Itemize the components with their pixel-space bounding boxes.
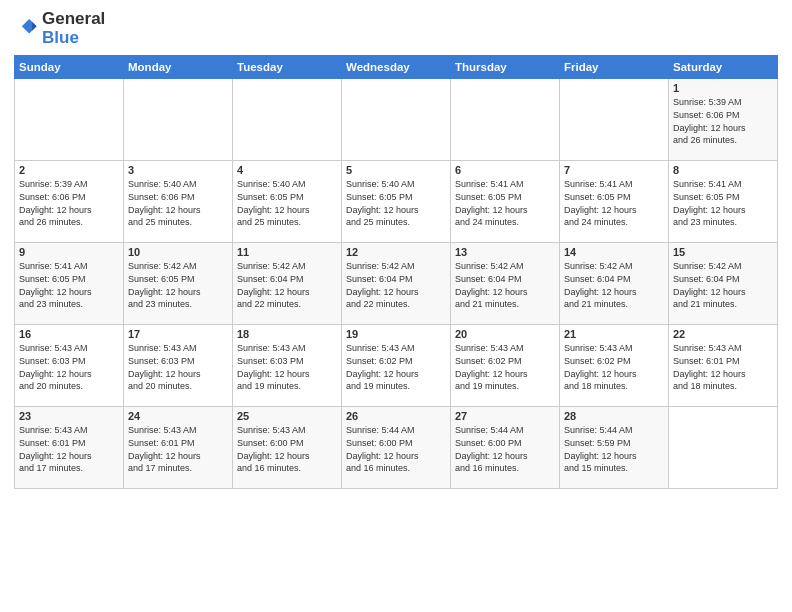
day-number: 17 — [128, 328, 228, 340]
day-number: 9 — [19, 246, 119, 258]
calendar-cell: 19Sunrise: 5:43 AM Sunset: 6:02 PM Dayli… — [342, 325, 451, 407]
calendar-week-row: 23Sunrise: 5:43 AM Sunset: 6:01 PM Dayli… — [15, 407, 778, 489]
calendar-week-row: 16Sunrise: 5:43 AM Sunset: 6:03 PM Dayli… — [15, 325, 778, 407]
day-number: 15 — [673, 246, 773, 258]
day-info: Sunrise: 5:39 AM Sunset: 6:06 PM Dayligh… — [19, 178, 119, 228]
day-number: 2 — [19, 164, 119, 176]
day-info: Sunrise: 5:40 AM Sunset: 6:06 PM Dayligh… — [128, 178, 228, 228]
calendar-cell — [560, 79, 669, 161]
day-info: Sunrise: 5:43 AM Sunset: 6:01 PM Dayligh… — [673, 342, 773, 392]
day-info: Sunrise: 5:44 AM Sunset: 5:59 PM Dayligh… — [564, 424, 664, 474]
day-number: 1 — [673, 82, 773, 94]
day-number: 27 — [455, 410, 555, 422]
calendar-cell: 13Sunrise: 5:42 AM Sunset: 6:04 PM Dayli… — [451, 243, 560, 325]
day-info: Sunrise: 5:41 AM Sunset: 6:05 PM Dayligh… — [455, 178, 555, 228]
calendar-cell: 6Sunrise: 5:41 AM Sunset: 6:05 PM Daylig… — [451, 161, 560, 243]
day-number: 26 — [346, 410, 446, 422]
weekday-header: Wednesday — [342, 56, 451, 79]
calendar-cell — [124, 79, 233, 161]
calendar-cell: 22Sunrise: 5:43 AM Sunset: 6:01 PM Dayli… — [669, 325, 778, 407]
day-info: Sunrise: 5:41 AM Sunset: 6:05 PM Dayligh… — [19, 260, 119, 310]
calendar-cell: 8Sunrise: 5:41 AM Sunset: 6:05 PM Daylig… — [669, 161, 778, 243]
day-info: Sunrise: 5:42 AM Sunset: 6:04 PM Dayligh… — [455, 260, 555, 310]
day-number: 20 — [455, 328, 555, 340]
day-info: Sunrise: 5:40 AM Sunset: 6:05 PM Dayligh… — [237, 178, 337, 228]
calendar-cell: 5Sunrise: 5:40 AM Sunset: 6:05 PM Daylig… — [342, 161, 451, 243]
calendar-cell: 2Sunrise: 5:39 AM Sunset: 6:06 PM Daylig… — [15, 161, 124, 243]
calendar-cell: 23Sunrise: 5:43 AM Sunset: 6:01 PM Dayli… — [15, 407, 124, 489]
weekday-header: Monday — [124, 56, 233, 79]
calendar-cell: 12Sunrise: 5:42 AM Sunset: 6:04 PM Dayli… — [342, 243, 451, 325]
day-info: Sunrise: 5:41 AM Sunset: 6:05 PM Dayligh… — [673, 178, 773, 228]
calendar-cell: 20Sunrise: 5:43 AM Sunset: 6:02 PM Dayli… — [451, 325, 560, 407]
day-number: 3 — [128, 164, 228, 176]
weekday-header-row: SundayMondayTuesdayWednesdayThursdayFrid… — [15, 56, 778, 79]
calendar-cell: 21Sunrise: 5:43 AM Sunset: 6:02 PM Dayli… — [560, 325, 669, 407]
day-info: Sunrise: 5:42 AM Sunset: 6:04 PM Dayligh… — [237, 260, 337, 310]
day-info: Sunrise: 5:42 AM Sunset: 6:04 PM Dayligh… — [673, 260, 773, 310]
day-info: Sunrise: 5:43 AM Sunset: 6:00 PM Dayligh… — [237, 424, 337, 474]
calendar-cell: 27Sunrise: 5:44 AM Sunset: 6:00 PM Dayli… — [451, 407, 560, 489]
calendar-cell — [669, 407, 778, 489]
day-number: 10 — [128, 246, 228, 258]
calendar-cell: 3Sunrise: 5:40 AM Sunset: 6:06 PM Daylig… — [124, 161, 233, 243]
svg-marker-1 — [32, 22, 36, 31]
calendar-week-row: 1Sunrise: 5:39 AM Sunset: 6:06 PM Daylig… — [15, 79, 778, 161]
calendar-cell: 7Sunrise: 5:41 AM Sunset: 6:05 PM Daylig… — [560, 161, 669, 243]
weekday-header: Thursday — [451, 56, 560, 79]
calendar-table: SundayMondayTuesdayWednesdayThursdayFrid… — [14, 55, 778, 489]
day-number: 7 — [564, 164, 664, 176]
day-info: Sunrise: 5:44 AM Sunset: 6:00 PM Dayligh… — [346, 424, 446, 474]
day-number: 8 — [673, 164, 773, 176]
day-info: Sunrise: 5:43 AM Sunset: 6:03 PM Dayligh… — [19, 342, 119, 392]
day-number: 21 — [564, 328, 664, 340]
calendar-cell: 26Sunrise: 5:44 AM Sunset: 6:00 PM Dayli… — [342, 407, 451, 489]
calendar-cell: 9Sunrise: 5:41 AM Sunset: 6:05 PM Daylig… — [15, 243, 124, 325]
day-info: Sunrise: 5:43 AM Sunset: 6:02 PM Dayligh… — [455, 342, 555, 392]
calendar-cell — [451, 79, 560, 161]
day-info: Sunrise: 5:40 AM Sunset: 6:05 PM Dayligh… — [346, 178, 446, 228]
calendar-cell: 4Sunrise: 5:40 AM Sunset: 6:05 PM Daylig… — [233, 161, 342, 243]
day-info: Sunrise: 5:43 AM Sunset: 6:01 PM Dayligh… — [128, 424, 228, 474]
day-info: Sunrise: 5:42 AM Sunset: 6:05 PM Dayligh… — [128, 260, 228, 310]
day-number: 14 — [564, 246, 664, 258]
page-header: General Blue — [14, 10, 778, 47]
day-number: 25 — [237, 410, 337, 422]
calendar-cell: 1Sunrise: 5:39 AM Sunset: 6:06 PM Daylig… — [669, 79, 778, 161]
day-info: Sunrise: 5:41 AM Sunset: 6:05 PM Dayligh… — [564, 178, 664, 228]
weekday-header: Tuesday — [233, 56, 342, 79]
day-number: 12 — [346, 246, 446, 258]
logo-line1: General — [42, 10, 105, 29]
day-number: 5 — [346, 164, 446, 176]
day-number: 13 — [455, 246, 555, 258]
logo-line2: Blue — [42, 29, 105, 48]
logo: General Blue — [14, 10, 105, 47]
page-container: General Blue SundayMondayTuesdayWednesda… — [0, 0, 792, 499]
calendar-cell: 10Sunrise: 5:42 AM Sunset: 6:05 PM Dayli… — [124, 243, 233, 325]
calendar-cell: 14Sunrise: 5:42 AM Sunset: 6:04 PM Dayli… — [560, 243, 669, 325]
calendar-week-row: 2Sunrise: 5:39 AM Sunset: 6:06 PM Daylig… — [15, 161, 778, 243]
calendar-cell — [342, 79, 451, 161]
day-info: Sunrise: 5:43 AM Sunset: 6:01 PM Dayligh… — [19, 424, 119, 474]
calendar-cell — [233, 79, 342, 161]
day-number: 4 — [237, 164, 337, 176]
calendar-cell: 18Sunrise: 5:43 AM Sunset: 6:03 PM Dayli… — [233, 325, 342, 407]
calendar-cell: 25Sunrise: 5:43 AM Sunset: 6:00 PM Dayli… — [233, 407, 342, 489]
calendar-cell: 28Sunrise: 5:44 AM Sunset: 5:59 PM Dayli… — [560, 407, 669, 489]
weekday-header: Friday — [560, 56, 669, 79]
day-info: Sunrise: 5:43 AM Sunset: 6:03 PM Dayligh… — [128, 342, 228, 392]
logo-icon — [16, 16, 38, 38]
day-info: Sunrise: 5:43 AM Sunset: 6:02 PM Dayligh… — [346, 342, 446, 392]
day-info: Sunrise: 5:42 AM Sunset: 6:04 PM Dayligh… — [346, 260, 446, 310]
weekday-header: Saturday — [669, 56, 778, 79]
day-number: 23 — [19, 410, 119, 422]
day-number: 11 — [237, 246, 337, 258]
day-info: Sunrise: 5:43 AM Sunset: 6:03 PM Dayligh… — [237, 342, 337, 392]
calendar-cell — [15, 79, 124, 161]
day-number: 6 — [455, 164, 555, 176]
calendar-cell: 16Sunrise: 5:43 AM Sunset: 6:03 PM Dayli… — [15, 325, 124, 407]
day-info: Sunrise: 5:44 AM Sunset: 6:00 PM Dayligh… — [455, 424, 555, 474]
calendar-cell: 17Sunrise: 5:43 AM Sunset: 6:03 PM Dayli… — [124, 325, 233, 407]
calendar-cell: 11Sunrise: 5:42 AM Sunset: 6:04 PM Dayli… — [233, 243, 342, 325]
day-info: Sunrise: 5:42 AM Sunset: 6:04 PM Dayligh… — [564, 260, 664, 310]
